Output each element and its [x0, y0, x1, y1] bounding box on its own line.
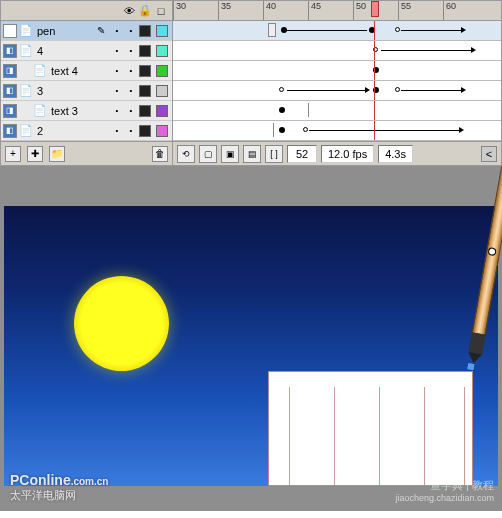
- timeline-tracks[interactable]: [173, 21, 501, 141]
- track-row[interactable]: [173, 121, 501, 141]
- keyframe[interactable]: [279, 87, 284, 92]
- add-guide-button[interactable]: ✚: [27, 146, 43, 162]
- keyframe[interactable]: [303, 127, 308, 132]
- ruler-tick: 30: [173, 1, 186, 20]
- onion-skin-button[interactable]: ▢: [199, 145, 217, 163]
- scroll-left-button[interactable]: <: [481, 146, 497, 162]
- trash-button[interactable]: 🗑: [152, 146, 168, 162]
- pencil-icon: ✎: [97, 25, 109, 37]
- keyframe[interactable]: [268, 23, 276, 37]
- layer-outline-toggle[interactable]: [139, 45, 151, 57]
- layer-dot[interactable]: •: [125, 86, 137, 95]
- ruler-tick: 35: [218, 1, 231, 20]
- eye-icon[interactable]: 👁: [122, 4, 136, 18]
- track-row[interactable]: [173, 21, 501, 41]
- layer-dot[interactable]: •: [111, 106, 123, 115]
- layer-outline-toggle[interactable]: [139, 65, 151, 77]
- layer-dot[interactable]: •: [111, 46, 123, 55]
- add-layer-button[interactable]: +: [5, 146, 21, 162]
- track-row[interactable]: [173, 41, 501, 61]
- layer-row[interactable]: ◧📄2••: [1, 121, 172, 141]
- layer-row[interactable]: ◨📄text 3••: [1, 101, 172, 121]
- layer-row[interactable]: ◧📄4••: [1, 41, 172, 61]
- layer-type-icon: 📄: [33, 104, 47, 118]
- edit-multiple-button[interactable]: ▤: [243, 145, 261, 163]
- ruler-tick: 55: [398, 1, 411, 20]
- track-row[interactable]: [173, 61, 501, 81]
- ruler-tick: 45: [308, 1, 321, 20]
- layer-row[interactable]: ◧📄3••: [1, 81, 172, 101]
- timeline-footer: ⟲ ▢ ▣ ▤ [ ] 52 12.0 fps 4.3s <: [173, 141, 501, 165]
- current-frame-field: 52: [287, 145, 317, 163]
- layer-visibility-icon[interactable]: ◨: [3, 64, 17, 78]
- lock-icon[interactable]: 🔒: [138, 4, 152, 18]
- layer-name-label[interactable]: 4: [35, 45, 109, 57]
- ruler-tick: 40: [263, 1, 276, 20]
- layer-color-swatch[interactable]: [156, 105, 168, 117]
- layer-outline-toggle[interactable]: [139, 25, 151, 37]
- layer-dot[interactable]: •: [111, 26, 123, 35]
- layer-color-swatch[interactable]: [156, 65, 168, 77]
- layer-type-icon: 📄: [33, 64, 47, 78]
- keyframe[interactable]: [395, 87, 400, 92]
- layer-dot[interactable]: •: [125, 26, 137, 35]
- watermark-left: PConline.com.cn 太平洋电脑网: [10, 472, 108, 503]
- moon-shape[interactable]: [74, 276, 169, 371]
- layer-dot[interactable]: •: [125, 126, 137, 135]
- outline-icon[interactable]: □: [154, 4, 168, 18]
- layer-name-label[interactable]: 3: [35, 85, 109, 97]
- layers-header: 👁 🔒 □: [1, 1, 172, 21]
- watermark-right: 查字典 | 教程 jiaocheng.chazidian.com: [395, 478, 494, 503]
- layer-row[interactable]: ◨📄text 4••: [1, 61, 172, 81]
- center-frame-button[interactable]: ⟲: [177, 145, 195, 163]
- layer-name-label[interactable]: text 4: [49, 65, 109, 77]
- stage-area[interactable]: PConline.com.cn 太平洋电脑网 查字典 | 教程 jiaochen…: [0, 166, 502, 511]
- layer-outline-toggle[interactable]: [139, 85, 151, 97]
- layer-name-label[interactable]: pen: [35, 25, 95, 37]
- layer-visibility-icon[interactable]: ◧: [3, 44, 17, 58]
- keyframe[interactable]: [395, 27, 400, 32]
- paper-shape[interactable]: [268, 371, 473, 486]
- layers-footer: + ✚ 📁 🗑: [1, 141, 172, 165]
- layer-visibility-icon[interactable]: [3, 24, 17, 38]
- track-row[interactable]: [173, 81, 501, 101]
- layer-name-label[interactable]: 2: [35, 125, 109, 137]
- playhead[interactable]: [371, 1, 379, 17]
- layer-dot[interactable]: •: [125, 106, 137, 115]
- layer-dot[interactable]: •: [111, 86, 123, 95]
- layer-visibility-icon[interactable]: ◧: [3, 124, 17, 138]
- layer-row[interactable]: 📄pen✎••: [1, 21, 172, 41]
- layer-type-icon: 📄: [19, 44, 33, 58]
- timeline-ruler[interactable]: 30354045505560: [173, 1, 501, 21]
- layer-color-swatch[interactable]: [156, 85, 168, 97]
- timeline-panel: 30354045505560 ⟲ ▢ ▣ ▤ [ ] 52 12.0 fps 4…: [173, 1, 501, 165]
- selection-handle[interactable]: [467, 363, 474, 370]
- layer-color-swatch[interactable]: [156, 25, 168, 37]
- layer-dot[interactable]: •: [111, 66, 123, 75]
- ruler-tick: 50: [353, 1, 366, 20]
- keyframe[interactable]: [279, 107, 285, 113]
- layer-outline-toggle[interactable]: [139, 105, 151, 117]
- add-folder-button[interactable]: 📁: [49, 146, 65, 162]
- canvas[interactable]: [4, 206, 498, 486]
- layer-color-swatch[interactable]: [156, 125, 168, 137]
- layer-visibility-icon[interactable]: ◧: [3, 84, 17, 98]
- layer-dot[interactable]: •: [125, 46, 137, 55]
- layer-name-label[interactable]: text 3: [49, 105, 109, 117]
- track-row[interactable]: [173, 101, 501, 121]
- layer-color-swatch[interactable]: [156, 45, 168, 57]
- elapsed-time-field: 4.3s: [378, 145, 413, 163]
- layer-dot[interactable]: •: [111, 126, 123, 135]
- layer-outline-toggle[interactable]: [139, 125, 151, 137]
- layer-visibility-icon[interactable]: ◨: [3, 104, 17, 118]
- layers-panel: 👁 🔒 □ 📄pen✎••◧📄4••◨📄text 4••◧📄3••◨📄text …: [1, 1, 173, 165]
- layer-type-icon: 📄: [19, 84, 33, 98]
- fps-field: 12.0 fps: [321, 145, 374, 163]
- onion-markers-button[interactable]: [ ]: [265, 145, 283, 163]
- onion-outline-button[interactable]: ▣: [221, 145, 239, 163]
- layer-type-icon: 📄: [19, 24, 33, 38]
- keyframe[interactable]: [279, 127, 285, 133]
- layer-dot[interactable]: •: [125, 66, 137, 75]
- layer-type-icon: 📄: [19, 124, 33, 138]
- ruler-tick: 60: [443, 1, 456, 20]
